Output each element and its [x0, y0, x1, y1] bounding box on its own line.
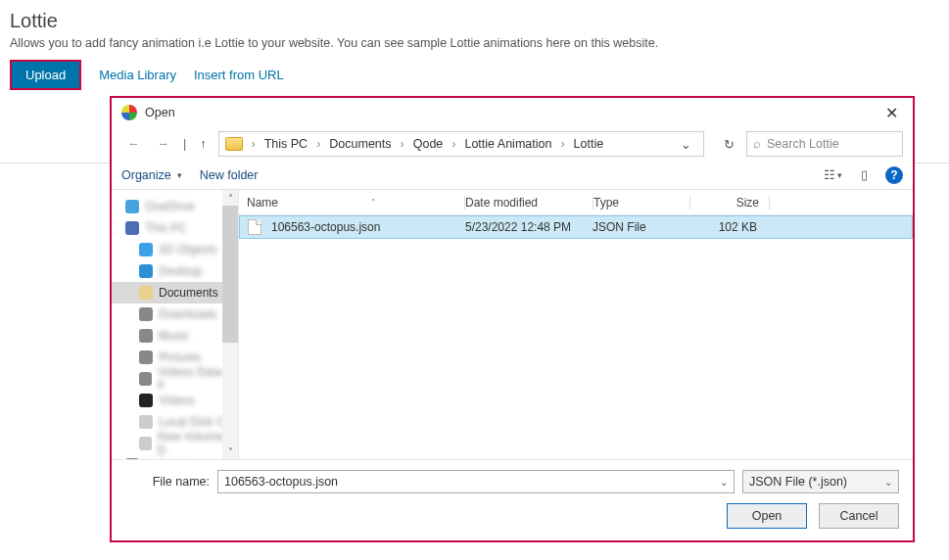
- view-options-icon[interactable]: ☷▾: [823, 166, 842, 184]
- chevron-down-icon[interactable]: ⌄: [720, 477, 728, 488]
- nav-item-label: New Volume D: [158, 430, 228, 457]
- folder-icon: [225, 137, 243, 151]
- nav-item-videos[interactable]: Videos: [112, 390, 238, 411]
- tab-media-library[interactable]: Media Library: [99, 68, 176, 82]
- column-type[interactable]: Type: [593, 196, 689, 210]
- chevron-right-icon[interactable]: ›: [398, 137, 407, 151]
- nav-item-documents[interactable]: Documents: [112, 282, 238, 303]
- nav-item-label: Local Disk C: [159, 415, 224, 429]
- scroll-up-icon[interactable]: ˄: [222, 190, 238, 206]
- tab-insert-from-url[interactable]: Insert from URL: [194, 68, 284, 82]
- up-arrow-icon[interactable]: ↑: [194, 133, 212, 155]
- organize-button[interactable]: Organize ▾: [121, 168, 182, 182]
- column-name[interactable]: Name ˄: [239, 196, 464, 210]
- file-list-area: Name ˄ Date modified Type Size 106563-oc…: [239, 190, 913, 459]
- nav-glyph-icon: [139, 415, 153, 429]
- file-type: JSON File: [593, 220, 688, 234]
- nav-glyph-icon: [139, 286, 153, 300]
- page-description: Allows you to add fancy animation i.e Lo…: [10, 36, 939, 50]
- nav-item-3d-objects[interactable]: 3D Objects: [112, 239, 238, 260]
- file-date: 5/23/2022 12:48 PM: [465, 220, 593, 234]
- search-icon: ⌕: [753, 137, 761, 151]
- chevron-down-icon: ⌄: [884, 477, 892, 488]
- nav-glyph-icon: [139, 243, 153, 257]
- nav-item-label: Videos: [159, 394, 194, 407]
- close-icon[interactable]: ✕: [879, 101, 903, 124]
- nav-item-new-volume-d[interactable]: New Volume D: [112, 433, 238, 454]
- nav-item-label: Network: [145, 458, 188, 459]
- back-arrow-icon[interactable]: ←: [121, 133, 146, 155]
- filename-label: File name:: [125, 475, 210, 489]
- nav-item-label: Music: [159, 329, 189, 343]
- crumb-lottie-animation[interactable]: Lottie Animation: [460, 135, 555, 153]
- column-size[interactable]: Size: [690, 196, 769, 210]
- chevron-right-icon[interactable]: ›: [449, 137, 458, 151]
- search-input[interactable]: ⌕ Search Lottie: [746, 131, 903, 157]
- help-icon[interactable]: ?: [885, 166, 903, 184]
- nav-item-label: Desktop: [159, 264, 202, 278]
- nav-item-this-pc[interactable]: This PC: [112, 217, 238, 239]
- chevron-right-icon[interactable]: ›: [313, 137, 323, 151]
- filename-input[interactable]: 106563-octopus.json ⌄: [217, 470, 735, 493]
- nav-item-label: Documents: [159, 286, 218, 300]
- chevron-right-icon[interactable]: ›: [249, 137, 259, 151]
- dialog-toolbar: Organize ▾ New folder ☷▾ ▯ ?: [112, 161, 913, 190]
- column-date[interactable]: Date modified: [465, 196, 593, 210]
- column-headers: Name ˄ Date modified Type Size: [239, 190, 913, 215]
- file-row[interactable]: 106563-octopus.json 5/23/2022 12:48 PM J…: [239, 215, 913, 239]
- nav-item-label: OneDrive: [145, 200, 195, 213]
- nav-item-desktop[interactable]: Desktop: [112, 260, 238, 282]
- chevron-down-icon: ▾: [177, 170, 182, 180]
- forward-arrow-icon[interactable]: →: [152, 133, 176, 155]
- file-icon: [248, 219, 261, 235]
- nav-item-downloads[interactable]: Downloads: [112, 303, 238, 325]
- scroll-thumb[interactable]: [222, 206, 238, 343]
- nav-glyph-icon: [139, 372, 152, 386]
- nav-item-videos-data-f[interactable]: Videos Data F: [112, 368, 238, 390]
- nav-item-label: This PC: [145, 221, 187, 235]
- nav-separator: |: [181, 137, 188, 151]
- app-icon: [121, 105, 137, 120]
- upload-tabbar: Upload Media Library Insert from URL: [10, 60, 939, 90]
- nav-glyph-icon: [139, 437, 152, 450]
- crumb-lottie[interactable]: Lottie: [570, 135, 608, 153]
- nav-item-label: 3D Objects: [159, 243, 216, 257]
- tab-upload[interactable]: Upload: [10, 60, 81, 90]
- cancel-button[interactable]: Cancel: [819, 503, 899, 529]
- crumb-qode[interactable]: Qode: [409, 135, 448, 153]
- refresh-icon[interactable]: ↻: [718, 133, 740, 156]
- crumb-documents[interactable]: Documents: [325, 135, 395, 153]
- file-size: 102 KB: [688, 220, 767, 234]
- sort-caret-icon: ˄: [371, 198, 376, 208]
- open-button[interactable]: Open: [727, 503, 807, 529]
- nav-glyph-icon: [125, 221, 139, 235]
- page-title: Lottie: [10, 10, 939, 32]
- chevron-down-icon[interactable]: ⌄: [675, 137, 697, 152]
- dialog-bottom: File name: 106563-octopus.json ⌄ JSON Fi…: [112, 459, 913, 540]
- filetype-select[interactable]: JSON File (*.json) ⌄: [742, 470, 899, 493]
- chevron-right-icon[interactable]: ›: [557, 137, 567, 151]
- dialog-title: Open: [145, 106, 175, 119]
- preview-pane-icon[interactable]: ▯: [854, 166, 874, 184]
- dialog-titlebar: Open ✕: [112, 98, 913, 127]
- navigation-panel: OneDriveThis PC3D ObjectsDesktopDocument…: [112, 190, 239, 459]
- nav-glyph-icon: [139, 394, 153, 407]
- dialog-nav-row: ← → | ↑ › This PC › Documents › Qode › L…: [112, 127, 913, 161]
- scroll-down-icon[interactable]: ˅: [222, 443, 238, 459]
- nav-glyph-icon: [125, 200, 139, 213]
- nav-item-music[interactable]: Music: [112, 325, 238, 347]
- navpanel-scrollbar[interactable]: ˄ ˅: [222, 190, 238, 459]
- nav-glyph-icon: [139, 264, 153, 278]
- file-name: 106563-octopus.json: [271, 220, 380, 234]
- chevron-down-icon: ▾: [837, 170, 842, 180]
- nav-glyph-icon: [139, 350, 153, 364]
- nav-item-label: Videos Data F: [158, 365, 228, 393]
- nav-glyph-icon: [125, 458, 139, 459]
- nav-item-label: Downloads: [159, 307, 216, 321]
- search-placeholder: Search Lottie: [767, 137, 839, 151]
- nav-glyph-icon: [139, 307, 153, 321]
- nav-item-onedrive[interactable]: OneDrive: [112, 196, 238, 217]
- breadcrumb[interactable]: › This PC › Documents › Qode › Lottie An…: [218, 131, 705, 157]
- new-folder-button[interactable]: New folder: [200, 168, 259, 182]
- crumb-thispc[interactable]: This PC: [261, 135, 311, 153]
